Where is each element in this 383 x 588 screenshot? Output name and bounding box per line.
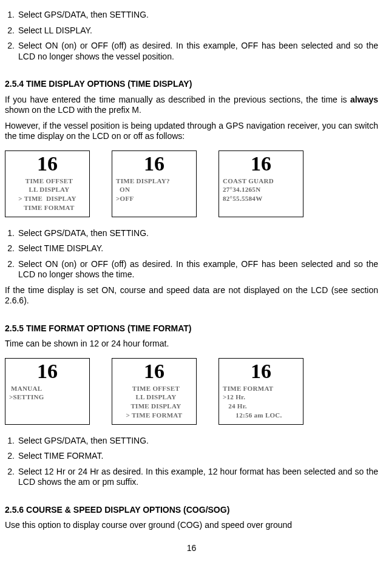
step-text: Select GPS/DATA, then SETTING. [18,436,378,447]
step-text: Select TIME DISPLAY. [18,243,378,254]
step-num: 2. [5,243,18,254]
step-item: 2. Select TIME DISPLAY. [5,243,378,254]
lcd-screen: 16 COAST GUARD 27°34.1265N 82°55.5584W [219,150,303,217]
paragraph: If you have entered the time manually as… [5,95,378,116]
lcd-line: TIME OFFSET [9,177,86,186]
lcd-line: > TIME FORMAT [116,411,192,420]
lcd-line: >12 Hr. [223,393,299,402]
paragraph: If the time display is set ON, course an… [5,285,378,306]
lcd-line: TIME DISPLAY [116,402,192,411]
step-text: Select 12 Hr or 24 Hr as desired. In thi… [18,467,378,488]
lcd-screen: 16 TIME FORMAT >12 Hr. 24 Hr. 12:56 am L… [219,358,303,425]
lcd-channel: 16 [9,361,86,382]
lcd-line: > TIME DISPLAY [9,194,86,203]
step-item: 2. Select ON (on) or OFF (off) as desire… [5,41,378,62]
lcd-line: TIME FORMAT [9,203,86,212]
steps-group-255: 1. Select GPS/DATA, then SETTING. 2. Sel… [5,436,378,488]
step-num: 2. [5,259,18,280]
lcd-channel: 16 [223,154,299,174]
section-heading-254: 2.5.4 TIME DISPLAY OPTIONS (TIME DISPLAY… [5,79,378,90]
lcd-line: COAST GUARD [223,177,299,186]
text-run: If you have entered the time manually as… [5,95,350,104]
lcd-line: 27°34.1265N [223,185,299,194]
lcd-screen: 16 MANUAL >SETTING [5,358,90,425]
section-heading-256: 2.5.6 COURSE & SPEED DISPLAY OPTIONS (CO… [5,505,378,516]
steps-group-a: 1. Select GPS/DATA, then SETTING. 2. Sel… [5,10,378,62]
lcd-row-255: 16 MANUAL >SETTING 16 TIME OFFSET LL DIS… [5,358,378,425]
step-num: 1. [5,228,18,239]
step-item: 2. Select 12 Hr or 24 Hr as desired. In … [5,467,378,488]
lcd-line: MANUAL [9,384,86,393]
step-text: Select ON (on) or OFF (off) as desired. … [18,41,378,62]
lcd-screen: 16 TIME DISPLAY? ON >OFF [112,150,197,217]
lcd-line: 82°55.5584W [223,194,299,203]
step-num: 1. [5,436,18,447]
lcd-line: LL DISPLAY [9,185,86,194]
section-heading-255: 2.5.5 TIME FORMAT OPTIONS (TIME FORMAT) [5,323,378,334]
lcd-line: ON [116,185,192,194]
step-num: 2. [5,451,18,462]
step-num: 1. [5,10,18,21]
lcd-line: >OFF [116,194,192,203]
step-item: 2. Select LL DISPLAY. [5,25,378,36]
steps-group-254: 1. Select GPS/DATA, then SETTING. 2. Sel… [5,228,378,280]
text-always: always [350,95,378,104]
paragraph: Time can be shown in 12 or 24 hour forma… [5,339,378,350]
lcd-line: 12:56 am LOC. [223,411,299,420]
lcd-line: TIME OFFSET [116,384,192,393]
step-num: 2. [5,41,18,62]
lcd-line: TIME DISPLAY? [116,177,192,186]
lcd-channel: 16 [116,154,192,174]
step-item: 1. Select GPS/DATA, then SETTING. [5,10,378,21]
page-number: 16 [5,543,378,554]
step-num: 2. [5,467,18,488]
paragraph: However, if the vessel position is being… [5,121,378,142]
step-item: 1. Select GPS/DATA, then SETTING. [5,228,378,239]
lcd-channel: 16 [116,361,192,382]
step-text: Select TIME FORMAT. [18,451,378,462]
lcd-channel: 16 [9,154,86,174]
step-text: Select LL DISPLAY. [18,25,378,36]
lcd-line: >SETTING [9,393,86,402]
lcd-line: 24 Hr. [223,402,299,411]
step-item: 2. Select TIME FORMAT. [5,451,378,462]
lcd-line: TIME FORMAT [223,384,299,393]
step-text: Select ON (on) or OFF (off) as desired. … [18,259,378,280]
lcd-channel: 16 [223,361,299,382]
lcd-line: LL DISPLAY [116,393,192,402]
text-run: shown on the LCD with the prefix M. [5,105,141,115]
lcd-screen: 16 TIME OFFSET LL DISPLAY > TIME DISPLAY… [5,150,90,217]
step-item: 2. Select ON (on) or OFF (off) as desire… [5,259,378,280]
paragraph: Use this option to display course over g… [5,520,378,531]
step-num: 2. [5,25,18,36]
lcd-row-254: 16 TIME OFFSET LL DISPLAY > TIME DISPLAY… [5,150,378,217]
lcd-screen: 16 TIME OFFSET LL DISPLAY TIME DISPLAY >… [112,358,197,425]
step-item: 1. Select GPS/DATA, then SETTING. [5,436,378,447]
step-text: Select GPS/DATA, then SETTING. [18,228,378,239]
step-text: Select GPS/DATA, then SETTING. [18,10,378,21]
